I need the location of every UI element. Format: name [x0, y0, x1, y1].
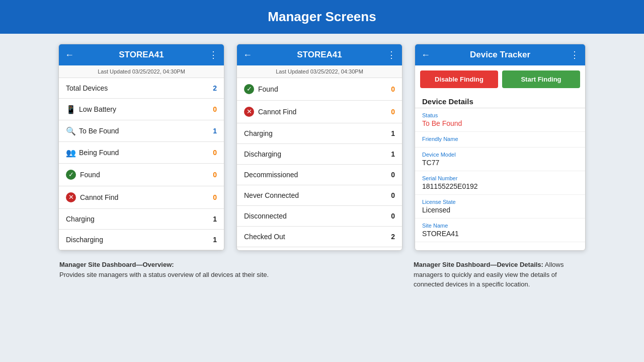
- list-item: ✓ Found 0: [237, 78, 402, 101]
- screen2-last-updated: Last Updated 03/25/2022, 04:30PM: [237, 65, 402, 78]
- list-item: 🔍 To Be Found 1: [59, 120, 224, 142]
- device-details-title: Device Details: [415, 93, 585, 108]
- caption-left: Manager Site Dashboard—Overview: Provide…: [59, 260, 401, 289]
- screen1-back-icon[interactable]: ←: [65, 50, 74, 60]
- screen3-back-icon[interactable]: ←: [421, 50, 430, 60]
- main-content: ← STOREA41 ⋮ Last Updated 03/25/2022, 04…: [0, 34, 644, 300]
- device-model-value: TC77: [422, 159, 578, 167]
- battery-icon: 📱: [66, 105, 75, 114]
- tracker-buttons: Disable Finding Start Finding: [415, 65, 585, 93]
- screen3-header: ← Device Tracker ⋮: [415, 44, 585, 65]
- screen2-mockup: ← STOREA41 ⋮ Last Updated 03/25/2022, 04…: [236, 44, 403, 251]
- list-item: Disconnected 0: [237, 206, 402, 227]
- screen3-mockup: ← Device Tracker ⋮ Disable Finding Start…: [415, 44, 586, 251]
- caption-left-text: Provides site managers with a status ove…: [59, 271, 269, 278]
- search-icon: 🔍: [66, 126, 75, 135]
- list-item: ✓ Found 0: [59, 164, 224, 186]
- list-item: Charging 1: [237, 123, 402, 144]
- x-circle-icon: ✕: [66, 192, 76, 202]
- list-item: Discharging 1: [59, 230, 224, 250]
- status-value: To Be Found: [422, 119, 578, 127]
- list-item: Charging 1: [59, 209, 224, 230]
- screen1-header: ← STOREA41 ⋮: [59, 44, 224, 65]
- list-item: 👥 Being Found 0: [59, 142, 224, 164]
- people-icon: 👥: [66, 148, 75, 157]
- detail-field-site-name: Site Name STOREA41: [415, 219, 585, 242]
- check-circle-icon: ✓: [244, 84, 254, 94]
- screen1-title: STOREA41: [74, 50, 209, 60]
- list-item: Checked Out 2: [237, 227, 402, 247]
- caption-left-bold: Manager Site Dashboard—Overview:: [59, 261, 174, 268]
- detail-field-license-state: License State Licensed: [415, 195, 585, 219]
- detail-field-status: Status To Be Found: [415, 108, 585, 132]
- screen2-header: ← STOREA41 ⋮: [237, 44, 402, 65]
- serial-number-value: 181155225E0192: [422, 182, 578, 190]
- list-item: Total Devices 2: [59, 78, 224, 99]
- check-circle-icon: ✓: [66, 170, 76, 180]
- detail-field-device-model: Device Model TC77: [415, 148, 585, 171]
- detail-field-friendly-name: Friendly Name: [415, 132, 585, 148]
- disable-finding-button[interactable]: Disable Finding: [420, 70, 498, 88]
- page-title: Manager Screens: [0, 0, 644, 34]
- captions-row: Manager Site Dashboard—Overview: Provide…: [20, 260, 624, 289]
- screens-row: ← STOREA41 ⋮ Last Updated 03/25/2022, 04…: [20, 44, 624, 251]
- list-item: Discharging 1: [237, 144, 402, 165]
- site-name-value: STOREA41: [422, 230, 578, 238]
- screen3-title: Device Tracker: [430, 50, 570, 60]
- list-item: ✕ Cannot Find 0: [237, 101, 402, 123]
- screen1-menu-icon[interactable]: ⋮: [209, 49, 218, 60]
- list-item: Decommissioned 0: [237, 165, 402, 185]
- list-item: 📱 Low Battery 0: [59, 99, 224, 120]
- screen1-last-updated: Last Updated 03/25/2022, 04:30PM: [59, 65, 224, 78]
- list-item: Never Connected 0: [237, 185, 402, 206]
- screen1-mockup: ← STOREA41 ⋮ Last Updated 03/25/2022, 04…: [58, 44, 224, 251]
- screen2-menu-icon[interactable]: ⋮: [387, 49, 396, 60]
- screen3-menu-icon[interactable]: ⋮: [570, 49, 579, 60]
- screen2-back-icon[interactable]: ←: [243, 50, 252, 60]
- caption-right-bold: Manager Site Dashboard—Device Details:: [414, 261, 543, 268]
- caption-right: Manager Site Dashboard—Device Details: A…: [414, 260, 585, 289]
- detail-field-serial-number: Serial Number 181155225E0192: [415, 171, 585, 195]
- screen2-title: STOREA41: [252, 50, 387, 60]
- list-item: ✕ Cannot Find 0: [59, 186, 224, 209]
- x-circle-icon: ✕: [244, 107, 254, 117]
- license-state-value: Licensed: [422, 206, 578, 214]
- start-finding-button[interactable]: Start Finding: [502, 70, 580, 88]
